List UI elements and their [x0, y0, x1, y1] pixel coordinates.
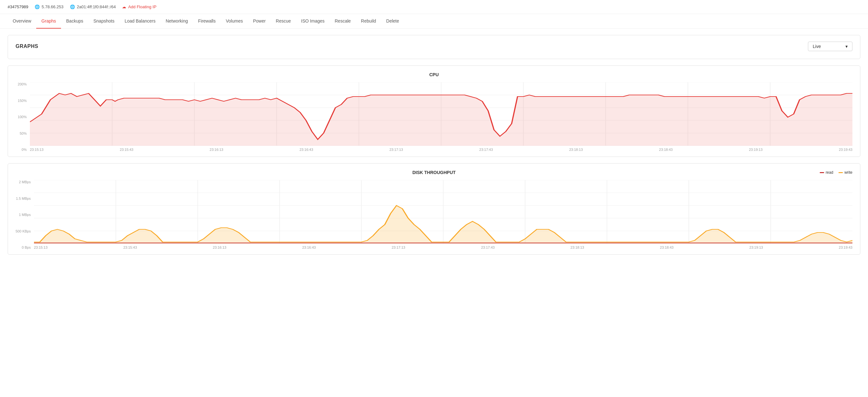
dropdown-label: Live [813, 44, 821, 49]
tab-rescue[interactable]: Rescue [271, 14, 296, 29]
tab-delete[interactable]: Delete [381, 14, 404, 29]
tab-rebuild[interactable]: Rebuild [356, 14, 381, 29]
disk-y-label: 0 Bps [22, 245, 31, 249]
cpu-x-label: 23:19:13 [749, 148, 763, 152]
cpu-x-label: 23:16:13 [210, 148, 223, 152]
write-legend-dot [838, 172, 843, 173]
add-floating-ip-button[interactable]: ☁ Add Floating IP [122, 4, 156, 9]
cpu-chart-area: 23:15:1323:15:4323:16:1323:16:4323:17:13… [30, 82, 852, 152]
cpu-x-label: 23:18:13 [569, 148, 583, 152]
cpu-x-label: 23:19:43 [839, 148, 852, 152]
ip-v4: 5.78.66.253 [42, 4, 64, 9]
globe-icon-v4: 🌐 [35, 4, 40, 9]
cpu-chart-title: CPU [16, 72, 852, 77]
disk-x-label: 23:19:43 [839, 245, 852, 249]
tab-power[interactable]: Power [248, 14, 271, 29]
legend-write: write [838, 170, 852, 175]
legend-read-label: read [826, 170, 833, 175]
graphs-section-header: GRAPHS Live ▾ [8, 35, 860, 59]
cpu-x-label: 23:18:43 [659, 148, 673, 152]
disk-x-label: 23:17:43 [481, 245, 495, 249]
tab-rescale[interactable]: Rescale [330, 14, 356, 29]
nav-tabs: OverviewGraphsBackupsSnapshotsLoad Balan… [0, 14, 868, 29]
disk-y-axis: 2 MBps1.5 MBps1 MBps500 KBps0 Bps [16, 180, 34, 249]
svg-marker-15 [30, 93, 852, 146]
disk-y-label: 2 MBps [19, 180, 31, 184]
disk-y-label: 1 MBps [19, 213, 31, 217]
legend-read: read [820, 170, 833, 175]
disk-x-label: 23:16:13 [213, 245, 226, 249]
disk-x-label: 23:15:43 [123, 245, 137, 249]
ip-v6: 2a01:4ff:1f0:844f::/64 [77, 4, 116, 9]
tab-load-balancers[interactable]: Load Balancers [120, 14, 160, 29]
disk-y-label: 1.5 MBps [16, 197, 31, 200]
tab-snapshots[interactable]: Snapshots [88, 14, 120, 29]
disk-x-label: 23:19:13 [749, 245, 763, 249]
cpu-x-axis: 23:15:1323:15:4323:16:1323:16:4323:17:13… [30, 148, 852, 152]
tab-networking[interactable]: Networking [160, 14, 193, 29]
disk-chart-card: DISK THROUGHPUT read write 2 MBps1.5 MBp… [8, 163, 860, 255]
disk-x-label: 23:16:43 [302, 245, 316, 249]
disk-chart-title: DISK THROUGHPUT [225, 170, 643, 175]
disk-y-label: 500 KBps [16, 229, 31, 233]
cpu-chart-card: CPU 200%150%100%50%0% [8, 65, 860, 157]
read-legend-dot [820, 172, 824, 173]
tab-overview[interactable]: Overview [8, 14, 36, 29]
tab-firewalls[interactable]: Firewalls [193, 14, 220, 29]
disk-x-label: 23:18:43 [660, 245, 674, 249]
disk-x-label: 23:17:13 [392, 245, 405, 249]
cpu-y-label: 200% [18, 82, 27, 86]
cloud-icon: ☁ [122, 4, 126, 9]
cpu-y-label: 150% [18, 99, 27, 103]
tab-volumes[interactable]: Volumes [221, 14, 248, 29]
graphs-title: GRAPHS [16, 43, 38, 49]
tab-graphs[interactable]: Graphs [36, 14, 61, 29]
cpu-y-label: 0% [22, 148, 27, 152]
server-id: #34757989 [8, 4, 28, 9]
disk-legend: read write [643, 170, 853, 175]
disk-x-label: 23:18:13 [570, 245, 584, 249]
cpu-x-label: 23:15:43 [120, 148, 133, 152]
disk-x-axis: 23:15:1323:15:4323:16:1323:16:4323:17:13… [34, 245, 852, 249]
cpu-x-label: 23:17:43 [479, 148, 493, 152]
disk-x-label: 23:15:13 [34, 245, 48, 249]
disk-chart-area: 23:15:1323:15:4323:16:1323:16:4323:17:13… [34, 180, 852, 249]
globe-icon-v6: 🌐 [70, 4, 75, 9]
tab-iso-images[interactable]: ISO Images [296, 14, 330, 29]
cpu-x-label: 23:17:13 [390, 148, 403, 152]
cpu-x-label: 23:15:13 [30, 148, 43, 152]
cpu-x-label: 23:16:43 [300, 148, 313, 152]
tab-backups[interactable]: Backups [61, 14, 88, 29]
legend-write-label: write [844, 170, 852, 175]
cpu-y-label: 50% [20, 131, 27, 135]
cpu-y-axis: 200%150%100%50%0% [16, 82, 30, 152]
cpu-y-label: 100% [18, 115, 27, 119]
chevron-down-icon: ▾ [845, 44, 848, 49]
live-dropdown[interactable]: Live ▾ [808, 42, 852, 51]
